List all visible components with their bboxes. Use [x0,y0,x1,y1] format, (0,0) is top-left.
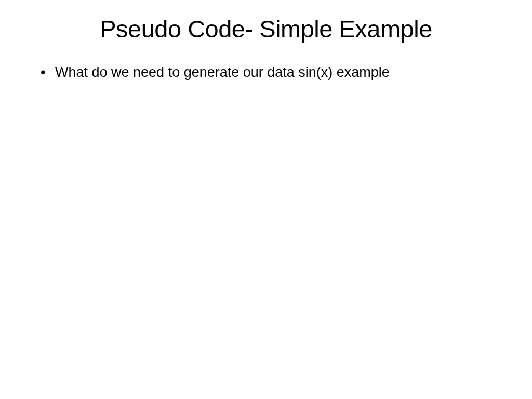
bullet-list: What do we need to generate our data sin… [41,63,501,83]
slide-container: Pseudo Code- Simple Example What do we n… [0,0,532,399]
slide-content: What do we need to generate our data sin… [31,63,501,83]
bullet-item: What do we need to generate our data sin… [41,63,501,83]
slide-title: Pseudo Code- Simple Example [31,15,501,43]
